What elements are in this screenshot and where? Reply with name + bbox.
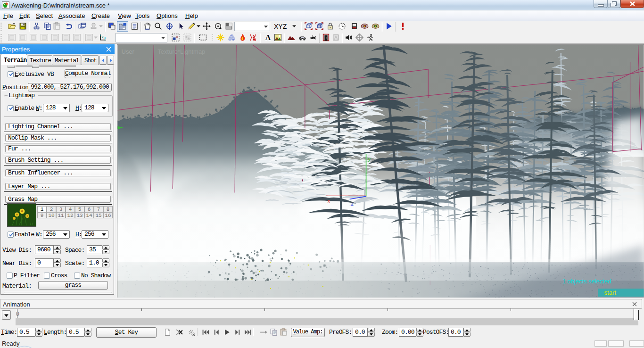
svg-text:A: A xyxy=(265,33,271,41)
svg-text:User: User xyxy=(122,48,135,55)
svg-text:z: z xyxy=(351,201,354,207)
svg-text:Texture*Lightmap: Texture*Lightmap xyxy=(157,48,205,55)
svg-text:y: y xyxy=(368,156,371,162)
svg-text:u: u xyxy=(104,36,106,40)
svg-text:x: x xyxy=(328,198,330,204)
svg-text:start: start xyxy=(604,289,617,296)
svg-text:1 objects selected: 1 objects selected xyxy=(562,278,611,285)
